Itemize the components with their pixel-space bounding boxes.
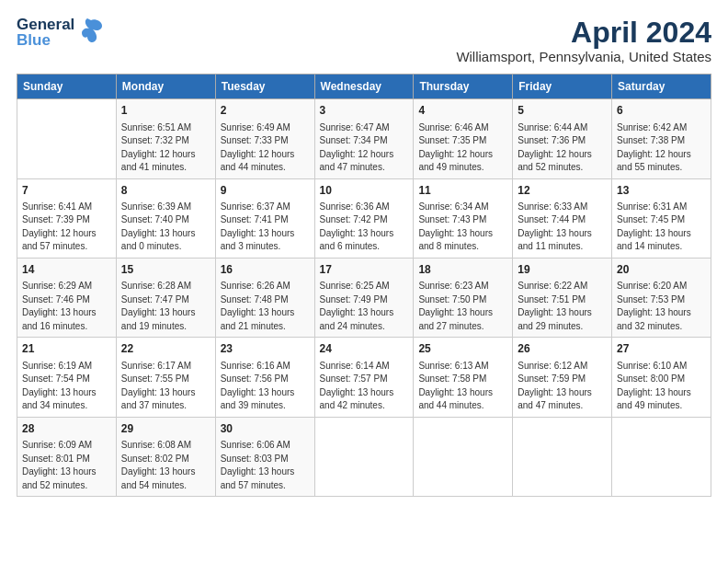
day-info: Sunrise: 6:19 AMSunset: 7:54 PMDaylight:… [22, 360, 111, 413]
day-number: 17 [320, 262, 409, 278]
day-info: Sunrise: 6:51 AMSunset: 7:32 PMDaylight:… [121, 121, 210, 175]
day-number: 25 [418, 341, 507, 357]
calendar-cell: 6Sunrise: 6:42 AMSunset: 7:38 PMDaylight… [612, 99, 711, 178]
day-info: Sunrise: 6:28 AMSunset: 7:47 PMDaylight:… [121, 280, 210, 333]
day-info: Sunrise: 6:14 AMSunset: 7:57 PMDaylight:… [320, 360, 409, 413]
day-number: 22 [121, 341, 210, 357]
header: General Blue April 2024 Williamsport, Pe… [17, 17, 711, 64]
day-header-friday: Friday [513, 75, 612, 99]
day-header-wednesday: Wednesday [314, 75, 414, 99]
calendar-cell [314, 417, 414, 496]
day-number: 11 [418, 183, 507, 199]
calendar-cell: 26Sunrise: 6:12 AMSunset: 7:59 PMDayligh… [513, 338, 612, 417]
day-info: Sunrise: 6:37 AMSunset: 7:41 PMDaylight:… [221, 201, 310, 254]
day-info: Sunrise: 6:23 AMSunset: 7:50 PMDaylight:… [418, 280, 507, 333]
day-header-sunday: Sunday [17, 75, 117, 99]
calendar-cell: 20Sunrise: 6:20 AMSunset: 7:53 PMDayligh… [612, 258, 711, 337]
day-number: 26 [518, 341, 607, 357]
day-number: 15 [121, 262, 210, 278]
calendar-cell: 4Sunrise: 6:46 AMSunset: 7:35 PMDaylight… [414, 99, 513, 178]
calendar-week-row: 7Sunrise: 6:41 AMSunset: 7:39 PMDaylight… [17, 178, 711, 258]
calendar-cell: 23Sunrise: 6:16 AMSunset: 7:56 PMDayligh… [215, 338, 314, 417]
day-info: Sunrise: 6:10 AMSunset: 8:00 PMDaylight:… [617, 360, 706, 413]
calendar-cell: 24Sunrise: 6:14 AMSunset: 7:57 PMDayligh… [314, 338, 414, 417]
day-number: 19 [518, 262, 607, 278]
days-header-row: SundayMondayTuesdayWednesdayThursdayFrid… [17, 75, 711, 99]
calendar-cell: 15Sunrise: 6:28 AMSunset: 7:47 PMDayligh… [116, 258, 215, 337]
day-number: 9 [221, 183, 310, 199]
logo-bird-icon [78, 17, 104, 44]
day-info: Sunrise: 6:26 AMSunset: 7:48 PMDaylight:… [221, 280, 310, 333]
calendar-cell: 1Sunrise: 6:51 AMSunset: 7:32 PMDaylight… [116, 99, 215, 178]
day-info: Sunrise: 6:46 AMSunset: 7:35 PMDaylight:… [418, 121, 507, 175]
day-info: Sunrise: 6:42 AMSunset: 7:38 PMDaylight:… [617, 121, 706, 175]
calendar-cell: 27Sunrise: 6:10 AMSunset: 8:00 PMDayligh… [612, 338, 711, 417]
day-info: Sunrise: 6:49 AMSunset: 7:33 PMDaylight:… [221, 121, 310, 175]
day-info: Sunrise: 6:33 AMSunset: 7:44 PMDaylight:… [518, 201, 607, 254]
calendar-cell: 13Sunrise: 6:31 AMSunset: 7:45 PMDayligh… [612, 178, 711, 258]
day-number: 27 [617, 341, 706, 357]
day-header-saturday: Saturday [612, 75, 711, 99]
calendar-cell: 7Sunrise: 6:41 AMSunset: 7:39 PMDaylight… [17, 178, 117, 258]
calendar-table: SundayMondayTuesdayWednesdayThursdayFrid… [17, 74, 711, 497]
calendar-week-row: 28Sunrise: 6:09 AMSunset: 8:01 PMDayligh… [17, 417, 711, 496]
calendar-cell: 16Sunrise: 6:26 AMSunset: 7:48 PMDayligh… [215, 258, 314, 337]
calendar-cell: 25Sunrise: 6:13 AMSunset: 7:58 PMDayligh… [414, 338, 513, 417]
logo-blue: Blue [17, 32, 74, 48]
day-number: 18 [418, 262, 507, 278]
calendar-week-row: 14Sunrise: 6:29 AMSunset: 7:46 PMDayligh… [17, 258, 711, 337]
day-number: 16 [221, 262, 310, 278]
day-info: Sunrise: 6:12 AMSunset: 7:59 PMDaylight:… [518, 360, 607, 413]
day-number: 29 [121, 421, 210, 437]
day-number: 21 [22, 341, 111, 357]
calendar-cell: 5Sunrise: 6:44 AMSunset: 7:36 PMDaylight… [513, 99, 612, 178]
calendar-cell: 11Sunrise: 6:34 AMSunset: 7:43 PMDayligh… [414, 178, 513, 258]
day-number: 13 [617, 183, 706, 199]
day-number: 12 [518, 183, 607, 199]
calendar-cell: 3Sunrise: 6:47 AMSunset: 7:34 PMDaylight… [314, 99, 414, 178]
day-info: Sunrise: 6:25 AMSunset: 7:49 PMDaylight:… [320, 280, 409, 333]
day-number: 5 [518, 103, 607, 119]
calendar-cell: 22Sunrise: 6:17 AMSunset: 7:55 PMDayligh… [116, 338, 215, 417]
day-number: 10 [320, 183, 409, 199]
day-info: Sunrise: 6:36 AMSunset: 7:42 PMDaylight:… [320, 201, 409, 254]
calendar-cell [17, 99, 117, 178]
page: General Blue April 2024 Williamsport, Pe… [0, 0, 728, 563]
day-info: Sunrise: 6:16 AMSunset: 7:56 PMDaylight:… [221, 360, 310, 413]
day-number: 3 [320, 103, 409, 119]
day-header-monday: Monday [116, 75, 215, 99]
calendar-cell: 12Sunrise: 6:33 AMSunset: 7:44 PMDayligh… [513, 178, 612, 258]
day-info: Sunrise: 6:08 AMSunset: 8:02 PMDaylight:… [121, 439, 210, 492]
calendar-cell: 21Sunrise: 6:19 AMSunset: 7:54 PMDayligh… [17, 338, 117, 417]
calendar-cell [513, 417, 612, 496]
calendar-cell: 29Sunrise: 6:08 AMSunset: 8:02 PMDayligh… [116, 417, 215, 496]
day-info: Sunrise: 6:06 AMSunset: 8:03 PMDaylight:… [221, 439, 310, 492]
day-info: Sunrise: 6:17 AMSunset: 7:55 PMDaylight:… [121, 360, 210, 413]
day-info: Sunrise: 6:47 AMSunset: 7:34 PMDaylight:… [320, 121, 409, 175]
logo-general: General [17, 17, 74, 32]
calendar-cell: 8Sunrise: 6:39 AMSunset: 7:40 PMDaylight… [116, 178, 215, 258]
day-number: 8 [121, 183, 210, 199]
day-number: 14 [22, 262, 111, 278]
day-number: 7 [22, 183, 111, 199]
calendar-cell: 2Sunrise: 6:49 AMSunset: 7:33 PMDaylight… [215, 99, 314, 178]
day-info: Sunrise: 6:29 AMSunset: 7:46 PMDaylight:… [22, 280, 111, 333]
day-info: Sunrise: 6:34 AMSunset: 7:43 PMDaylight:… [418, 201, 507, 254]
calendar-week-row: 21Sunrise: 6:19 AMSunset: 7:54 PMDayligh… [17, 338, 711, 417]
day-number: 4 [418, 103, 507, 119]
day-number: 6 [617, 103, 706, 119]
calendar-cell: 9Sunrise: 6:37 AMSunset: 7:41 PMDaylight… [215, 178, 314, 258]
calendar-cell: 14Sunrise: 6:29 AMSunset: 7:46 PMDayligh… [17, 258, 117, 337]
day-info: Sunrise: 6:22 AMSunset: 7:51 PMDaylight:… [518, 280, 607, 333]
calendar-title: April 2024 [456, 17, 711, 49]
day-info: Sunrise: 6:09 AMSunset: 8:01 PMDaylight:… [22, 439, 111, 492]
logo: General Blue [17, 17, 104, 48]
calendar-cell: 30Sunrise: 6:06 AMSunset: 8:03 PMDayligh… [215, 417, 314, 496]
day-header-thursday: Thursday [414, 75, 513, 99]
day-number: 23 [221, 341, 310, 357]
title-block: April 2024 Williamsport, Pennsylvania, U… [456, 17, 711, 64]
calendar-cell [612, 417, 711, 496]
day-info: Sunrise: 6:31 AMSunset: 7:45 PMDaylight:… [617, 201, 706, 254]
day-number: 1 [121, 103, 210, 119]
calendar-cell: 18Sunrise: 6:23 AMSunset: 7:50 PMDayligh… [414, 258, 513, 337]
